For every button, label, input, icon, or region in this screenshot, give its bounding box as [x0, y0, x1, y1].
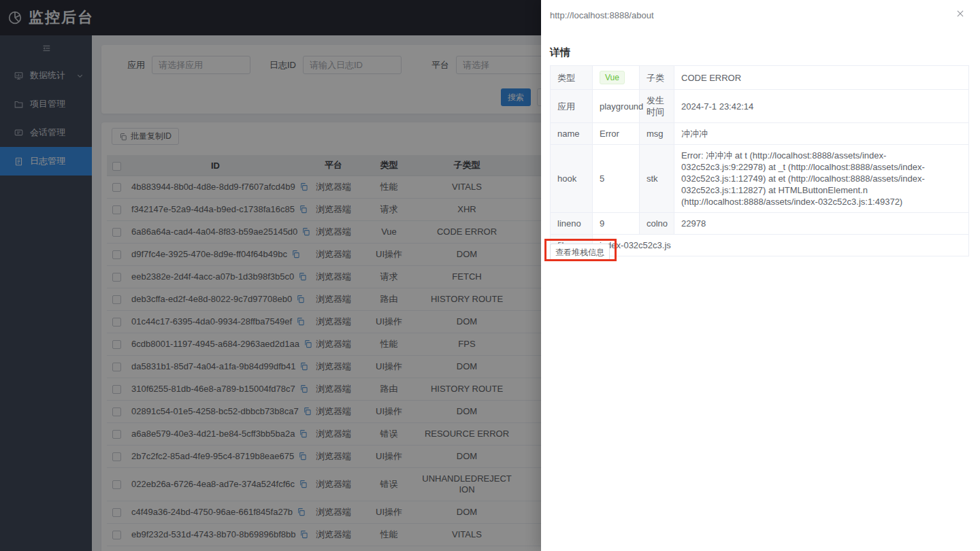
- detail-row: lineno 9 colno 22978: [551, 213, 969, 235]
- detail-value-stk: Error: 冲冲冲 at t (http://localhost:8888/a…: [674, 145, 969, 213]
- detail-label-colno: colno: [640, 213, 674, 235]
- detail-table: 类型 Vue 子类 CODE ERROR 应用 playground 发生时间 …: [550, 65, 969, 256]
- close-icon: [956, 9, 965, 18]
- detail-label-time: 发生时间: [640, 90, 674, 123]
- detail-label-msg: msg: [640, 123, 674, 145]
- drawer-section-title: 详情: [550, 46, 570, 59]
- view-stack-button[interactable]: 查看堆栈信息: [550, 244, 610, 261]
- detail-value-filename: index-032c52c3.js: [593, 235, 969, 256]
- detail-drawer: http://localhost:8888/about 详情 类型 Vue 子类…: [541, 0, 980, 551]
- detail-label-type: 类型: [551, 66, 593, 90]
- detail-value-app: playground: [593, 90, 640, 123]
- detail-value-msg: 冲冲冲: [674, 123, 969, 145]
- detail-label-subclass: 子类: [640, 66, 674, 90]
- detail-value-time: 2024-7-1 23:42:14: [674, 90, 969, 123]
- detail-value-name: Error: [593, 123, 640, 145]
- detail-label-stk: stk: [640, 145, 674, 213]
- detail-label-hook: hook: [551, 145, 593, 213]
- drawer-title: http://localhost:8888/about: [550, 10, 654, 20]
- detail-value-colno: 22978: [674, 213, 969, 235]
- detail-value-hook: 5: [593, 145, 640, 213]
- detail-label-name: name: [551, 123, 593, 145]
- detail-value-subclass: CODE ERROR: [674, 66, 969, 90]
- detail-label-app: 应用: [551, 90, 593, 123]
- detail-row: 应用 playground 发生时间 2024-7-1 23:42:14: [551, 90, 969, 123]
- drawer-close-button[interactable]: [956, 9, 968, 21]
- detail-row: hook 5 stk Error: 冲冲冲 at t (http://local…: [551, 145, 969, 213]
- detail-row: name Error msg 冲冲冲: [551, 123, 969, 145]
- detail-row: filename index-032c52c3.js: [551, 235, 969, 256]
- type-tag: Vue: [600, 71, 625, 84]
- detail-label-lineno: lineno: [551, 213, 593, 235]
- detail-row: 类型 Vue 子类 CODE ERROR: [551, 66, 969, 90]
- detail-value-lineno: 9: [593, 213, 640, 235]
